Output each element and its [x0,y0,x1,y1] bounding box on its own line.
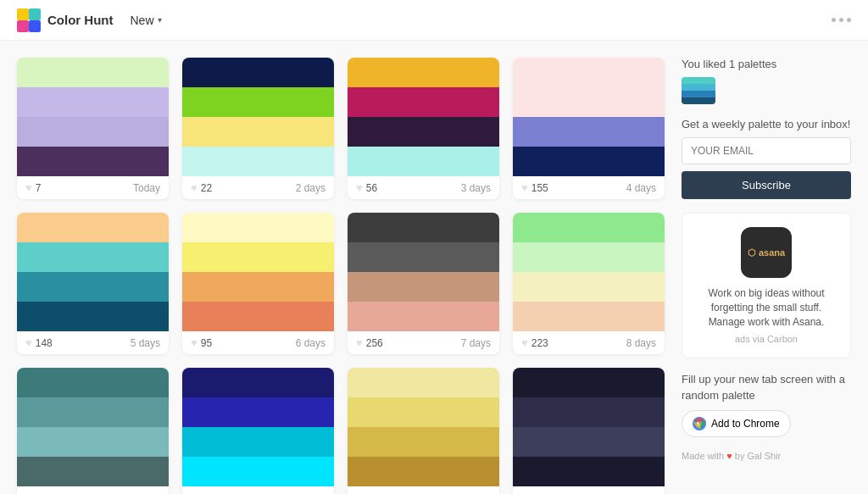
heart-icon[interactable]: ♥ [191,181,198,194]
likes-count: 155 [531,182,548,194]
palette-meta: ♥2567 days [348,331,499,354]
color-swatch [182,272,334,302]
subscribe-button[interactable]: Subscribe [682,171,851,199]
liked-label: You liked 1 palettes [682,58,851,70]
sidebar: You liked 1 palettes Get a weekly palett… [682,58,851,494]
color-swatch [182,457,334,486]
palette-meta: ♥956 days [182,331,334,354]
palette-card[interactable]: ♥7Today [17,58,169,199]
liked-palette-thumb[interactable] [682,77,715,104]
logo-icon [17,8,41,32]
chrome-button[interactable]: Add to Chrome [682,410,791,437]
heart-icon[interactable]: ♥ [521,336,528,349]
palette-card[interactable]: ♥563 days [348,58,499,199]
heart-icon[interactable]: ♥ [25,181,32,194]
nav-new[interactable]: New ▾ [130,14,161,27]
heart-icon[interactable]: ♥ [356,181,363,194]
email-input[interactable] [682,137,851,164]
color-swatch [513,117,665,147]
heart-icon[interactable]: ♥ [521,181,528,194]
color-swatch [348,457,499,486]
color-swatch [513,427,665,457]
palette-time: 7 days [461,337,491,349]
ad-text: Work on big ideas without forgetting the… [696,286,837,329]
palette-likes: ♥95 [191,336,212,349]
ad-via: ads via Carbon [696,334,837,344]
color-swatch [348,117,499,147]
logo[interactable]: Color Hunt [17,8,113,32]
palette-meta: ♥7Today [17,176,169,199]
color-swatch [513,87,665,117]
likes-count: 148 [36,337,53,349]
palette-swatches [348,368,499,486]
color-swatch [348,242,499,272]
palette-time: Today [133,182,160,194]
liked-swatch [682,91,715,97]
palette-swatches [348,58,499,176]
color-swatch [17,147,169,176]
color-swatch [17,368,169,397]
color-swatch [17,427,169,457]
palette-swatches [182,368,334,486]
dot-icon [839,18,843,22]
palette-likes: ♥155 [521,181,548,194]
palette-grid: ♥7Today♥222 days♥563 days♥1554 days♥1485… [17,58,665,494]
palette-swatches [17,58,169,176]
color-swatch [348,147,499,176]
palette-card[interactable]: ♥222 days [182,58,334,199]
palette-card[interactable]: ♥1485 days [17,213,169,354]
color-swatch [17,242,169,272]
color-swatch [182,87,334,117]
heart-icon[interactable]: ♥ [191,336,198,349]
likes-count: 56 [366,182,377,194]
color-swatch [513,213,665,242]
palette-swatches [182,213,334,331]
palette-likes: ♥22 [191,181,212,194]
liked-section: You liked 1 palettes [682,58,851,104]
more-options[interactable] [832,18,851,22]
likes-count: 7 [36,182,42,194]
svg-rect-2 [17,20,29,32]
palette-card[interactable]: ♥889 days [17,368,169,494]
palette-card[interactable]: ♥1554 days [513,58,665,199]
palette-meta: ♥2238 days [513,331,665,354]
palette-meta: ♥7111 days [348,486,499,494]
color-swatch [17,58,169,87]
color-swatch [182,368,334,397]
color-swatch [17,87,169,117]
palette-swatches [17,213,169,331]
palette-card[interactable]: ♥2567 days [348,213,499,354]
palette-meta: ♥19012 days [513,486,665,494]
color-swatch [182,147,334,176]
color-swatch [17,457,169,486]
chrome-btn-label: Add to Chrome [711,418,780,430]
palette-meta: ♥1485 days [17,331,169,354]
color-swatch [513,242,665,272]
color-swatch [348,87,499,117]
palette-card[interactable]: ♥956 days [182,213,334,354]
heart-icon[interactable]: ♥ [356,336,363,349]
palette-meta: ♥889 days [17,486,169,494]
palette-swatches [513,58,665,176]
ad-section: ⬡ asana Work on big ideas without forget… [682,213,851,358]
palette-time: 2 days [296,182,326,194]
color-swatch [513,368,665,397]
palette-meta: ♥10410 days [182,486,334,494]
palette-swatches [182,58,334,176]
subscribe-label: Get a weekly palette to your inbox! [682,118,851,130]
palette-card[interactable]: ♥7111 days [348,368,499,494]
palette-card[interactable]: ♥2238 days [513,213,665,354]
palette-meta: ♥222 days [182,176,334,199]
heart-icon[interactable]: ♥ [25,336,32,349]
color-swatch [182,242,334,272]
palette-card[interactable]: ♥19012 days [513,368,665,494]
svg-rect-1 [29,8,41,20]
palette-card[interactable]: ♥10410 days [182,368,334,494]
color-swatch [513,397,665,427]
palette-likes: ♥56 [356,181,377,194]
palette-meta: ♥563 days [348,176,499,199]
color-swatch [182,117,334,147]
palette-swatches [513,368,665,486]
palette-meta: ♥1554 days [513,176,665,199]
liked-swatch [682,77,715,84]
